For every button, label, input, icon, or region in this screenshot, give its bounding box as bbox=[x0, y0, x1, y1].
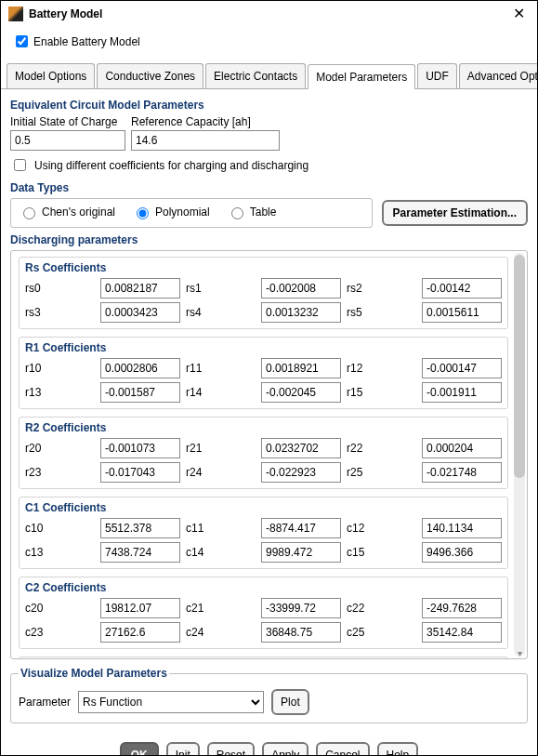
coeff-input-r14[interactable] bbox=[261, 382, 341, 403]
coeff-label: c10 bbox=[25, 522, 95, 535]
radio-table[interactable]: Table bbox=[227, 205, 277, 219]
coeff-input-r24[interactable] bbox=[261, 462, 341, 483]
coeff-input-c10[interactable] bbox=[100, 518, 180, 538]
discharging-heading: Discharging parameters bbox=[10, 233, 528, 246]
tab-panel: Equivalent Circuit Model Parameters Init… bbox=[1, 89, 537, 756]
coeff-input-rs4[interactable] bbox=[261, 302, 341, 323]
coeff-title: C1 Coefficients bbox=[25, 501, 502, 514]
coeff-input-rs1[interactable] bbox=[261, 278, 341, 298]
coeff-label: c25 bbox=[347, 626, 416, 639]
plot-button[interactable]: Plot bbox=[271, 689, 309, 715]
coeff-input-c24[interactable] bbox=[261, 622, 341, 643]
soc-row: Initial State of Charge Reference Capaci… bbox=[10, 115, 528, 151]
scroll-thumb[interactable] bbox=[514, 255, 525, 478]
coeff-label: rs2 bbox=[347, 282, 416, 295]
init-button[interactable]: Init bbox=[166, 742, 200, 756]
radio-chens[interactable]: Chen's original bbox=[19, 205, 115, 219]
coeff-input-r15[interactable] bbox=[422, 382, 502, 403]
coeff-grid: rs0rs1rs2rs3rs4rs5 bbox=[25, 278, 502, 323]
coeff-input-r23[interactable] bbox=[100, 462, 180, 483]
coeff-input-c14[interactable] bbox=[261, 542, 341, 563]
apply-button[interactable]: Apply bbox=[262, 742, 308, 756]
coeff-label: r14 bbox=[186, 386, 256, 399]
coeff-input-r13[interactable] bbox=[100, 382, 180, 403]
coeff-input-r21[interactable] bbox=[261, 438, 341, 458]
enable-checkbox[interactable] bbox=[16, 35, 28, 47]
coeff-label: r13 bbox=[25, 386, 95, 399]
tab-conductive-zones[interactable]: Conductive Zones bbox=[97, 63, 203, 88]
coeff-input-c15[interactable] bbox=[422, 542, 502, 563]
coeff-input-r12[interactable] bbox=[422, 358, 502, 378]
coeff-input-c23[interactable] bbox=[100, 622, 180, 643]
radio-polynomial[interactable]: Polynomial bbox=[132, 205, 210, 219]
coeff-input-r10[interactable] bbox=[100, 358, 180, 378]
coeff-label: c11 bbox=[186, 522, 256, 535]
ecm-heading: Equivalent Circuit Model Parameters bbox=[10, 99, 528, 112]
coeff-input-rs3[interactable] bbox=[100, 302, 180, 323]
coeff-title: R1 Coefficients bbox=[25, 341, 502, 354]
tabs: Model Options Conductive Zones Electric … bbox=[1, 63, 537, 89]
diff-coeff-checkbox[interactable] bbox=[14, 159, 26, 171]
coeff-block-vo: Voc Coefficientsvo0vo1vo2vo3vo4vo5 bbox=[19, 657, 508, 658]
coeff-input-c12[interactable] bbox=[422, 518, 502, 538]
enable-row: Enable Battery Model bbox=[1, 27, 537, 60]
tab-model-parameters[interactable]: Model Parameters bbox=[308, 64, 415, 89]
parameter-estimation-button[interactable]: Parameter Estimation... bbox=[382, 200, 528, 226]
coeff-label: rs1 bbox=[186, 282, 256, 295]
coeff-label: r11 bbox=[186, 362, 256, 375]
tab-model-options[interactable]: Model Options bbox=[7, 63, 95, 88]
coeff-input-c21[interactable] bbox=[261, 598, 341, 618]
diff-coeff-label[interactable]: Using different coefficients for chargin… bbox=[34, 159, 308, 172]
soc-input[interactable] bbox=[10, 130, 125, 151]
coeff-input-r25[interactable] bbox=[422, 462, 502, 483]
scrollbar[interactable]: ▴ ▾ bbox=[514, 253, 525, 657]
coeff-input-r22[interactable] bbox=[422, 438, 502, 458]
coeff-label: c23 bbox=[25, 626, 95, 639]
coeff-input-rs0[interactable] bbox=[100, 278, 180, 298]
coeff-grid: c10c11c12c13c14c15 bbox=[25, 518, 502, 563]
ok-button[interactable]: OK bbox=[120, 742, 159, 756]
coeff-input-rs2[interactable] bbox=[422, 278, 502, 298]
enable-label[interactable]: Enable Battery Model bbox=[33, 35, 140, 48]
tab-advanced-options[interactable]: Advanced Options bbox=[459, 63, 538, 88]
tab-udf[interactable]: UDF bbox=[417, 63, 457, 88]
datatypes-heading: Data Types bbox=[10, 181, 528, 194]
reset-button[interactable]: Reset bbox=[207, 742, 255, 756]
coeff-label: r25 bbox=[347, 466, 416, 479]
coeff-label: r24 bbox=[186, 466, 256, 479]
coeff-block-c1: C1 Coefficientsc10c11c12c13c14c15 bbox=[19, 497, 508, 569]
coeff-label: r22 bbox=[347, 442, 416, 455]
coeff-title: Rs Coefficients bbox=[25, 261, 502, 274]
parameter-select[interactable]: Rs Function bbox=[78, 691, 264, 713]
coeff-label: c20 bbox=[25, 602, 95, 615]
coeff-input-r20[interactable] bbox=[100, 438, 180, 458]
coeff-input-c25[interactable] bbox=[422, 622, 502, 643]
coeff-input-r11[interactable] bbox=[261, 358, 341, 378]
capacity-input[interactable] bbox=[131, 130, 280, 151]
coeff-label: r20 bbox=[25, 442, 95, 455]
footer-buttons: OK Init Reset Apply Cancel Help bbox=[10, 729, 528, 756]
coeff-label: c13 bbox=[25, 546, 95, 559]
help-button[interactable]: Help bbox=[377, 742, 419, 756]
coeff-grid: r20r21r22r23r24r25 bbox=[25, 438, 502, 483]
coeff-label: rs3 bbox=[25, 306, 95, 319]
discharging-scroll: Rs Coefficientsrs0rs1rs2rs3rs4rs5R1 Coef… bbox=[10, 250, 528, 659]
scroll-down-icon[interactable]: ▾ bbox=[514, 648, 525, 658]
coeff-label: c21 bbox=[186, 602, 256, 615]
title-bar: Battery Model ✕ bbox=[1, 1, 537, 27]
coeff-area: Rs Coefficientsrs0rs1rs2rs3rs4rs5R1 Coef… bbox=[11, 251, 527, 658]
coeff-label: c15 bbox=[347, 546, 416, 559]
coeff-title: C2 Coefficients bbox=[25, 581, 502, 594]
close-icon[interactable]: ✕ bbox=[509, 7, 528, 21]
tab-electric-contacts[interactable]: Electric Contacts bbox=[205, 63, 306, 88]
app-icon bbox=[8, 7, 23, 21]
coeff-input-c11[interactable] bbox=[261, 518, 341, 538]
coeff-label: r12 bbox=[347, 362, 416, 375]
coeff-grid: r10r11r12r13r14r15 bbox=[25, 358, 502, 403]
cancel-button[interactable]: Cancel bbox=[316, 742, 369, 756]
coeff-input-rs5[interactable] bbox=[422, 302, 502, 323]
coeff-input-c20[interactable] bbox=[100, 598, 180, 618]
coeff-input-c13[interactable] bbox=[100, 542, 180, 563]
coeff-input-c22[interactable] bbox=[422, 598, 502, 618]
coeff-label: r21 bbox=[186, 442, 256, 455]
